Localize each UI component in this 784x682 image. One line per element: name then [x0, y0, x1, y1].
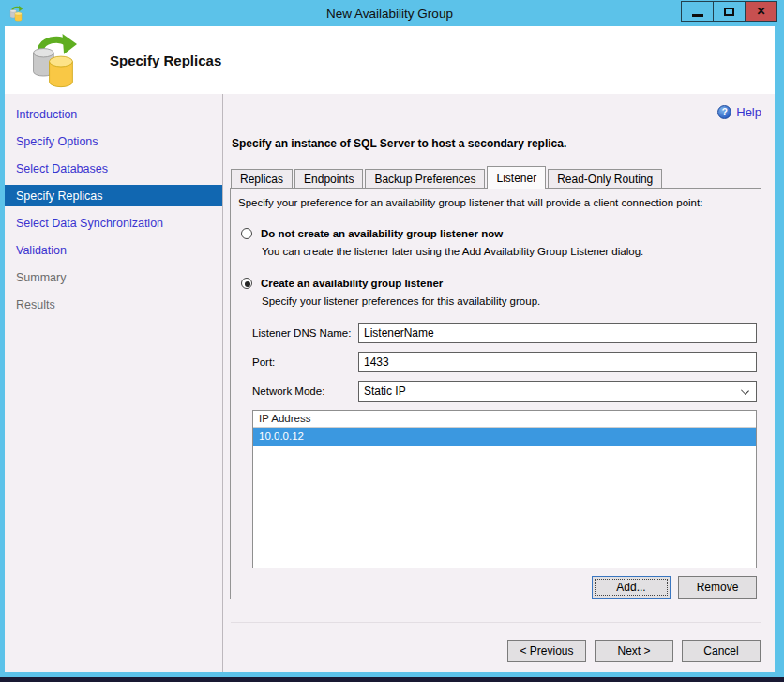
maximize-icon	[724, 8, 734, 16]
tab-strip: Replicas Endpoints Backup Preferences Li…	[230, 166, 761, 188]
remove-button[interactable]: Remove	[678, 576, 757, 599]
sidebar-item-select-data-synchronization[interactable]: Select Data Synchronization	[5, 212, 222, 234]
wizard-navigation: < Previous Next > Cancel	[230, 640, 761, 662]
page-title: Specify Replicas	[110, 53, 221, 68]
network-mode-value: Static IP	[364, 385, 406, 398]
wizard-steps-sidebar: Introduction Specify Options Select Data…	[5, 94, 223, 672]
sidebar-item-validation[interactable]: Validation	[5, 239, 222, 261]
minimize-button[interactable]	[681, 1, 714, 22]
sidebar-item-specify-replicas[interactable]: Specify Replicas	[5, 185, 222, 206]
radio-label-create-listener[interactable]: Create an availability group listener	[261, 278, 443, 289]
radio-sub-no-listener: You can create the listener later using …	[262, 246, 757, 257]
main-content: ? Help Specify an instance of SQL Server…	[223, 94, 775, 672]
titlebar: New Availability Group ✕	[5, 0, 775, 26]
sidebar-item-results: Results	[5, 294, 222, 315]
network-mode-label: Network Mode:	[252, 386, 358, 397]
dialog-body: Specify Replicas Introduction Specify Op…	[5, 26, 775, 672]
port-input[interactable]	[358, 352, 757, 372]
close-icon: ✕	[756, 6, 765, 17]
dialog-window: New Availability Group ✕ Specify Replica…	[0, 0, 784, 682]
wizard-header: Specify Replicas	[5, 26, 775, 94]
help-label: Help	[736, 105, 761, 119]
radio-button-create-listener[interactable]	[241, 278, 252, 289]
listener-tab-panel: Specify your preference for an availabil…	[230, 188, 761, 599]
network-mode-select[interactable]: Static IP	[358, 381, 757, 402]
sidebar-item-summary: Summary	[5, 266, 222, 288]
window-bottom-edge	[0, 677, 784, 682]
replicas-database-sync-icon	[23, 31, 85, 89]
listener-dns-name-label: Listener DNS Name:	[252, 327, 358, 339]
window-controls: ✕	[682, 1, 777, 22]
footer-divider	[231, 622, 761, 623]
ip-address-column-header[interactable]: IP Address	[253, 411, 756, 428]
window-title: New Availability Group	[5, 7, 775, 21]
next-button[interactable]: Next >	[595, 640, 673, 662]
tab-endpoints[interactable]: Endpoints	[294, 169, 363, 188]
add-button[interactable]: Add...	[592, 576, 671, 599]
close-button[interactable]: ✕	[745, 1, 777, 22]
listener-dns-name-input[interactable]	[358, 323, 757, 343]
maximize-button[interactable]	[713, 1, 746, 22]
help-link[interactable]: ? Help	[717, 105, 761, 119]
tab-replicas[interactable]: Replicas	[231, 169, 293, 188]
radio-option-no-listener: Do not create an availability group list…	[241, 228, 757, 239]
listener-description: Specify your preference for an availabil…	[238, 197, 757, 208]
ip-address-row[interactable]: 10.0.0.12	[253, 428, 756, 446]
sidebar-item-introduction[interactable]: Introduction	[5, 103, 222, 125]
sidebar-item-select-databases[interactable]: Select Databases	[5, 158, 222, 179]
minimize-icon	[692, 14, 703, 17]
radio-option-create-listener: Create an availability group listener	[241, 278, 757, 289]
radio-label-no-listener[interactable]: Do not create an availability group list…	[261, 228, 503, 239]
previous-button[interactable]: < Previous	[507, 640, 586, 662]
ip-address-list: IP Address 10.0.0.12	[252, 410, 757, 568]
tab-listener[interactable]: Listener	[487, 166, 546, 189]
chevron-down-icon	[741, 386, 749, 395]
tab-backup-preferences[interactable]: Backup Preferences	[365, 169, 485, 188]
help-icon: ?	[717, 105, 731, 119]
listener-form: Listener DNS Name: Port: Network Mode: S…	[252, 323, 757, 410]
radio-sub-create-listener: Specify your listener preferences for th…	[262, 296, 757, 307]
tab-read-only-routing[interactable]: Read-Only Routing	[548, 169, 662, 188]
sidebar-item-specify-options[interactable]: Specify Options	[5, 130, 222, 152]
instruction-text: Specify an instance of SQL Server to hos…	[232, 137, 761, 150]
port-label: Port:	[252, 356, 358, 368]
cancel-button[interactable]: Cancel	[682, 640, 761, 662]
radio-button-no-listener[interactable]	[241, 228, 252, 239]
